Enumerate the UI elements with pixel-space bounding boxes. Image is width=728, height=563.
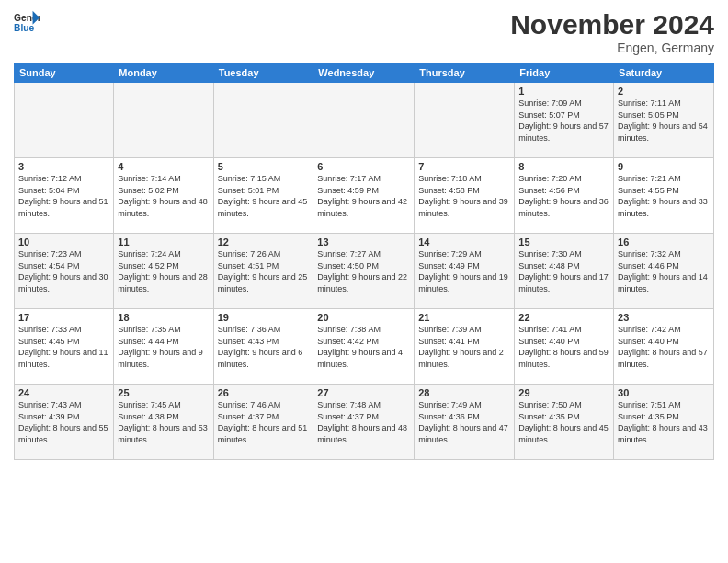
day-detail: Sunrise: 7:41 AM Sunset: 4:40 PM Dayligh… bbox=[518, 324, 609, 370]
day-detail: Sunrise: 7:29 AM Sunset: 4:49 PM Dayligh… bbox=[418, 248, 510, 294]
day-detail: Sunrise: 7:17 AM Sunset: 4:59 PM Dayligh… bbox=[317, 173, 410, 219]
logo: General Blue bbox=[14, 9, 40, 35]
day-detail: Sunrise: 7:38 AM Sunset: 4:42 PM Dayligh… bbox=[317, 324, 410, 370]
day-number: 26 bbox=[218, 387, 310, 398]
header-thursday: Thursday bbox=[415, 63, 515, 83]
calendar-cell: 26Sunrise: 7:46 AM Sunset: 4:37 PM Dayli… bbox=[213, 385, 313, 460]
calendar-cell: 25Sunrise: 7:45 AM Sunset: 4:38 PM Dayli… bbox=[114, 385, 213, 460]
day-number: 16 bbox=[618, 236, 710, 247]
calendar-week-4: 24Sunrise: 7:43 AM Sunset: 4:39 PM Dayli… bbox=[15, 385, 714, 460]
calendar-cell: 23Sunrise: 7:42 AM Sunset: 4:40 PM Dayli… bbox=[614, 309, 714, 385]
day-detail: Sunrise: 7:12 AM Sunset: 5:04 PM Dayligh… bbox=[18, 173, 109, 219]
calendar-cell: 13Sunrise: 7:27 AM Sunset: 4:50 PM Dayli… bbox=[313, 234, 415, 309]
day-number: 5 bbox=[218, 161, 310, 172]
calendar-header-row: Sunday Monday Tuesday Wednesday Thursday… bbox=[15, 63, 714, 83]
day-detail: Sunrise: 7:42 AM Sunset: 4:40 PM Dayligh… bbox=[618, 324, 710, 370]
logo-icon: General Blue bbox=[14, 9, 40, 35]
header-sunday: Sunday bbox=[15, 63, 114, 83]
day-number: 8 bbox=[518, 161, 609, 172]
calendar-cell: 4Sunrise: 7:14 AM Sunset: 5:02 PM Daylig… bbox=[114, 158, 213, 234]
day-detail: Sunrise: 7:30 AM Sunset: 4:48 PM Dayligh… bbox=[518, 248, 609, 294]
day-number: 1 bbox=[518, 86, 609, 97]
calendar-cell: 7Sunrise: 7:18 AM Sunset: 4:58 PM Daylig… bbox=[415, 158, 515, 234]
day-number: 12 bbox=[218, 236, 310, 247]
calendar-cell: 19Sunrise: 7:36 AM Sunset: 4:43 PM Dayli… bbox=[213, 309, 313, 385]
day-number: 17 bbox=[18, 312, 109, 323]
calendar-week-0: 1Sunrise: 7:09 AM Sunset: 5:07 PM Daylig… bbox=[15, 83, 714, 158]
day-detail: Sunrise: 7:32 AM Sunset: 4:46 PM Dayligh… bbox=[618, 248, 710, 294]
calendar-cell bbox=[15, 83, 114, 158]
day-number: 28 bbox=[418, 387, 510, 398]
header-monday: Monday bbox=[114, 63, 213, 83]
calendar-cell: 24Sunrise: 7:43 AM Sunset: 4:39 PM Dayli… bbox=[15, 385, 114, 460]
calendar-cell: 17Sunrise: 7:33 AM Sunset: 4:45 PM Dayli… bbox=[15, 309, 114, 385]
calendar-cell: 2Sunrise: 7:11 AM Sunset: 5:05 PM Daylig… bbox=[614, 83, 714, 158]
day-detail: Sunrise: 7:39 AM Sunset: 4:41 PM Dayligh… bbox=[418, 324, 510, 370]
day-number: 6 bbox=[317, 161, 410, 172]
day-number: 3 bbox=[18, 161, 109, 172]
day-number: 13 bbox=[317, 236, 410, 247]
day-number: 27 bbox=[317, 387, 410, 398]
calendar-cell: 3Sunrise: 7:12 AM Sunset: 5:04 PM Daylig… bbox=[15, 158, 114, 234]
day-detail: Sunrise: 7:46 AM Sunset: 4:37 PM Dayligh… bbox=[218, 399, 310, 445]
day-number: 30 bbox=[618, 387, 710, 398]
calendar-cell: 5Sunrise: 7:15 AM Sunset: 5:01 PM Daylig… bbox=[213, 158, 313, 234]
day-number: 20 bbox=[317, 312, 410, 323]
day-detail: Sunrise: 7:21 AM Sunset: 4:55 PM Dayligh… bbox=[618, 173, 710, 219]
day-number: 9 bbox=[618, 161, 710, 172]
day-number: 25 bbox=[118, 387, 209, 398]
day-detail: Sunrise: 7:48 AM Sunset: 4:37 PM Dayligh… bbox=[317, 399, 410, 445]
day-number: 29 bbox=[518, 387, 609, 398]
calendar-cell: 30Sunrise: 7:51 AM Sunset: 4:35 PM Dayli… bbox=[614, 385, 714, 460]
calendar-cell: 12Sunrise: 7:26 AM Sunset: 4:51 PM Dayli… bbox=[213, 234, 313, 309]
calendar-cell bbox=[313, 83, 415, 158]
month-title: November 2024 bbox=[510, 9, 714, 40]
day-number: 14 bbox=[418, 236, 510, 247]
day-detail: Sunrise: 7:20 AM Sunset: 4:56 PM Dayligh… bbox=[518, 173, 609, 219]
calendar-body: 1Sunrise: 7:09 AM Sunset: 5:07 PM Daylig… bbox=[15, 83, 714, 460]
calendar-cell: 28Sunrise: 7:49 AM Sunset: 4:36 PM Dayli… bbox=[415, 385, 515, 460]
day-number: 19 bbox=[218, 312, 310, 323]
day-detail: Sunrise: 7:24 AM Sunset: 4:52 PM Dayligh… bbox=[118, 248, 209, 294]
day-number: 11 bbox=[118, 236, 209, 247]
day-detail: Sunrise: 7:49 AM Sunset: 4:36 PM Dayligh… bbox=[418, 399, 510, 445]
header-tuesday: Tuesday bbox=[213, 63, 313, 83]
day-detail: Sunrise: 7:26 AM Sunset: 4:51 PM Dayligh… bbox=[218, 248, 310, 294]
calendar-cell bbox=[114, 83, 213, 158]
calendar-week-3: 17Sunrise: 7:33 AM Sunset: 4:45 PM Dayli… bbox=[15, 309, 714, 385]
header-wednesday: Wednesday bbox=[313, 63, 415, 83]
calendar-cell: 11Sunrise: 7:24 AM Sunset: 4:52 PM Dayli… bbox=[114, 234, 213, 309]
day-detail: Sunrise: 7:45 AM Sunset: 4:38 PM Dayligh… bbox=[118, 399, 209, 445]
day-detail: Sunrise: 7:11 AM Sunset: 5:05 PM Dayligh… bbox=[618, 98, 710, 144]
day-detail: Sunrise: 7:33 AM Sunset: 4:45 PM Dayligh… bbox=[18, 324, 109, 370]
page-header: General Blue November 2024 Engen, German… bbox=[14, 9, 714, 55]
calendar-cell bbox=[415, 83, 515, 158]
calendar-week-1: 3Sunrise: 7:12 AM Sunset: 5:04 PM Daylig… bbox=[15, 158, 714, 234]
calendar-cell: 27Sunrise: 7:48 AM Sunset: 4:37 PM Dayli… bbox=[313, 385, 415, 460]
calendar-week-2: 10Sunrise: 7:23 AM Sunset: 4:54 PM Dayli… bbox=[15, 234, 714, 309]
day-detail: Sunrise: 7:36 AM Sunset: 4:43 PM Dayligh… bbox=[218, 324, 310, 370]
day-number: 23 bbox=[618, 312, 710, 323]
day-detail: Sunrise: 7:15 AM Sunset: 5:01 PM Dayligh… bbox=[218, 173, 310, 219]
calendar-cell: 9Sunrise: 7:21 AM Sunset: 4:55 PM Daylig… bbox=[614, 158, 714, 234]
day-detail: Sunrise: 7:27 AM Sunset: 4:50 PM Dayligh… bbox=[317, 248, 410, 294]
day-detail: Sunrise: 7:43 AM Sunset: 4:39 PM Dayligh… bbox=[18, 399, 109, 445]
day-number: 18 bbox=[118, 312, 209, 323]
calendar-table: Sunday Monday Tuesday Wednesday Thursday… bbox=[14, 63, 714, 460]
calendar-cell: 22Sunrise: 7:41 AM Sunset: 4:40 PM Dayli… bbox=[515, 309, 614, 385]
header-saturday: Saturday bbox=[614, 63, 714, 83]
day-detail: Sunrise: 7:51 AM Sunset: 4:35 PM Dayligh… bbox=[618, 399, 710, 445]
day-number: 2 bbox=[618, 86, 710, 97]
day-number: 21 bbox=[418, 312, 510, 323]
day-number: 22 bbox=[518, 312, 609, 323]
calendar-cell: 29Sunrise: 7:50 AM Sunset: 4:35 PM Dayli… bbox=[515, 385, 614, 460]
day-detail: Sunrise: 7:23 AM Sunset: 4:54 PM Dayligh… bbox=[18, 248, 109, 294]
calendar-cell: 21Sunrise: 7:39 AM Sunset: 4:41 PM Dayli… bbox=[415, 309, 515, 385]
day-detail: Sunrise: 7:18 AM Sunset: 4:58 PM Dayligh… bbox=[418, 173, 510, 219]
calendar-cell: 20Sunrise: 7:38 AM Sunset: 4:42 PM Dayli… bbox=[313, 309, 415, 385]
calendar-cell bbox=[213, 83, 313, 158]
header-friday: Friday bbox=[515, 63, 614, 83]
location: Engen, Germany bbox=[510, 40, 714, 55]
calendar-cell: 16Sunrise: 7:32 AM Sunset: 4:46 PM Dayli… bbox=[614, 234, 714, 309]
svg-text:Blue: Blue bbox=[14, 23, 35, 33]
